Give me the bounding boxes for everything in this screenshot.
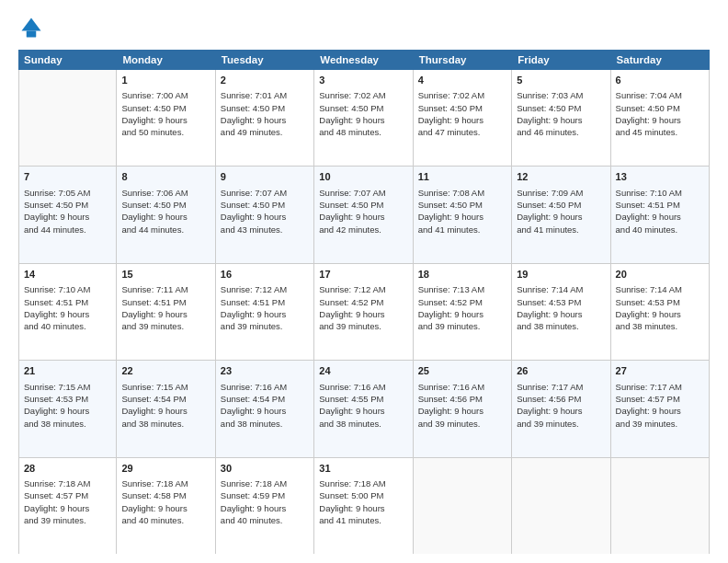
day-info-line: and 44 minutes. [24, 224, 111, 236]
day-info-line: Sunset: 4:51 PM [24, 296, 111, 308]
day-info-line: Sunrise: 7:15 AM [121, 381, 210, 393]
calendar-day-header: Monday [117, 50, 215, 70]
day-info-line: Sunset: 4:51 PM [616, 199, 704, 211]
day-info-line: Sunrise: 7:15 AM [24, 381, 111, 393]
day-info-line: Daylight: 9 hours [221, 114, 309, 126]
calendar-cell: 4Sunrise: 7:02 AMSunset: 4:50 PMDaylight… [414, 70, 512, 166]
day-info-line: Sunrise: 7:18 AM [319, 477, 407, 489]
page: SundayMondayTuesdayWednesdayThursdayFrid… [0, 0, 728, 563]
calendar-cell: 20Sunrise: 7:14 AMSunset: 4:53 PMDayligh… [611, 264, 710, 360]
day-info-line: Daylight: 9 hours [221, 405, 309, 417]
day-info-line: Daylight: 9 hours [221, 502, 309, 514]
day-info-line: Sunset: 4:58 PM [121, 489, 210, 501]
calendar-cell: 19Sunrise: 7:14 AMSunset: 4:53 PMDayligh… [512, 264, 610, 360]
calendar-cell: 23Sunrise: 7:16 AMSunset: 4:54 PMDayligh… [216, 361, 314, 456]
day-info-line: Daylight: 9 hours [517, 308, 605, 320]
day-info-line: Daylight: 9 hours [517, 405, 605, 417]
day-number: 19 [517, 268, 605, 282]
day-info-line: and 38 minutes. [24, 418, 111, 430]
day-info-line: and 44 minutes. [121, 224, 210, 236]
day-info-line: Daylight: 9 hours [319, 114, 407, 126]
calendar-cell: 27Sunrise: 7:17 AMSunset: 4:57 PMDayligh… [611, 361, 710, 456]
day-info-line: Sunrise: 7:16 AM [418, 381, 506, 393]
day-info-line: Sunrise: 7:18 AM [121, 477, 210, 489]
day-info-line: Daylight: 9 hours [121, 502, 210, 514]
day-info-line: and 38 minutes. [517, 320, 605, 332]
day-info-line: Daylight: 9 hours [221, 308, 309, 320]
day-info-line: and 43 minutes. [221, 224, 309, 236]
day-info-line: Daylight: 9 hours [517, 211, 605, 223]
day-info-line: Sunset: 4:54 PM [221, 393, 309, 405]
day-info-line: Daylight: 9 hours [121, 114, 210, 126]
day-info-line: Daylight: 9 hours [517, 114, 605, 126]
calendar-cell: 8Sunrise: 7:06 AMSunset: 4:50 PMDaylight… [117, 167, 215, 262]
calendar-cell: 2Sunrise: 7:01 AMSunset: 4:50 PMDaylight… [216, 70, 314, 166]
calendar-day-header: Sunday [18, 50, 117, 70]
day-info-line: Sunset: 4:56 PM [517, 393, 605, 405]
calendar-cell: 24Sunrise: 7:16 AMSunset: 4:55 PMDayligh… [314, 361, 413, 456]
day-info-line: Sunset: 4:50 PM [616, 102, 704, 114]
day-info-line: Sunset: 4:54 PM [121, 393, 210, 405]
calendar-cell [414, 458, 512, 554]
calendar-cell: 31Sunrise: 7:18 AMSunset: 5:00 PMDayligh… [314, 458, 413, 554]
day-info-line: Sunset: 5:00 PM [319, 489, 407, 501]
day-info-line: Sunset: 4:52 PM [319, 296, 407, 308]
day-number: 1 [121, 74, 210, 87]
day-info-line: Sunrise: 7:18 AM [221, 477, 309, 489]
day-info-line: Daylight: 9 hours [418, 405, 506, 417]
day-info-line: Sunset: 4:57 PM [616, 393, 704, 405]
day-info-line: Sunset: 4:50 PM [221, 102, 309, 114]
calendar-day-header: Tuesday [216, 50, 314, 70]
calendar-day-header: Wednesday [314, 50, 413, 70]
day-number: 10 [319, 170, 407, 184]
day-number: 2 [221, 74, 309, 87]
day-info-line: and 39 minutes. [616, 418, 704, 430]
day-info-line: Sunset: 4:50 PM [24, 199, 111, 211]
day-info-line: and 50 minutes. [121, 126, 210, 138]
day-info-line: Daylight: 9 hours [121, 211, 210, 223]
logo [18, 15, 48, 40]
day-info-line: and 39 minutes. [24, 514, 111, 526]
day-info-line: and 39 minutes. [121, 320, 210, 332]
day-info-line: Sunset: 4:51 PM [221, 296, 309, 308]
calendar-cell: 30Sunrise: 7:18 AMSunset: 4:59 PMDayligh… [216, 458, 314, 554]
logo-icon [18, 15, 44, 40]
day-info-line: and 39 minutes. [517, 418, 605, 430]
day-info-line: Sunrise: 7:18 AM [24, 477, 111, 489]
day-info-line: Sunset: 4:51 PM [121, 296, 210, 308]
day-info-line: and 41 minutes. [517, 224, 605, 236]
day-number: 16 [221, 268, 309, 282]
day-number: 29 [121, 462, 210, 476]
day-info-line: Daylight: 9 hours [616, 211, 704, 223]
day-info-line: Sunrise: 7:03 AM [517, 89, 605, 101]
day-number: 14 [24, 268, 111, 282]
day-info-line: Sunrise: 7:08 AM [418, 187, 506, 199]
day-info-line: Sunrise: 7:13 AM [418, 283, 506, 295]
day-info-line: Sunrise: 7:10 AM [24, 283, 111, 295]
day-info-line: Sunrise: 7:12 AM [319, 283, 407, 295]
day-info-line: Sunset: 4:50 PM [221, 199, 309, 211]
day-number: 20 [616, 268, 704, 282]
day-info-line: Sunrise: 7:01 AM [221, 89, 309, 101]
calendar-row: 28Sunrise: 7:18 AMSunset: 4:57 PMDayligh… [18, 458, 710, 554]
day-info-line: Daylight: 9 hours [24, 405, 111, 417]
day-info-line: Sunrise: 7:07 AM [221, 187, 309, 199]
day-info-line: Sunrise: 7:02 AM [418, 89, 506, 101]
day-info-line: Daylight: 9 hours [24, 308, 111, 320]
calendar-cell: 17Sunrise: 7:12 AMSunset: 4:52 PMDayligh… [314, 264, 413, 360]
day-info-line: Daylight: 9 hours [319, 502, 407, 514]
day-info-line: Sunset: 4:53 PM [616, 296, 704, 308]
day-number: 24 [319, 364, 407, 378]
day-info-line: and 40 minutes. [221, 514, 309, 526]
day-info-line: Daylight: 9 hours [121, 405, 210, 417]
day-info-line: Sunset: 4:50 PM [319, 199, 407, 211]
day-info-line: Sunset: 4:53 PM [24, 393, 111, 405]
day-info-line: Sunrise: 7:02 AM [319, 89, 407, 101]
calendar-cell: 11Sunrise: 7:08 AMSunset: 4:50 PMDayligh… [414, 167, 512, 262]
day-info-line: Sunrise: 7:16 AM [319, 381, 407, 393]
day-info-line: and 41 minutes. [418, 224, 506, 236]
day-number: 11 [418, 170, 506, 184]
calendar-cell [611, 458, 710, 554]
day-info-line: Daylight: 9 hours [319, 308, 407, 320]
day-info-line: Sunset: 4:50 PM [319, 102, 407, 114]
